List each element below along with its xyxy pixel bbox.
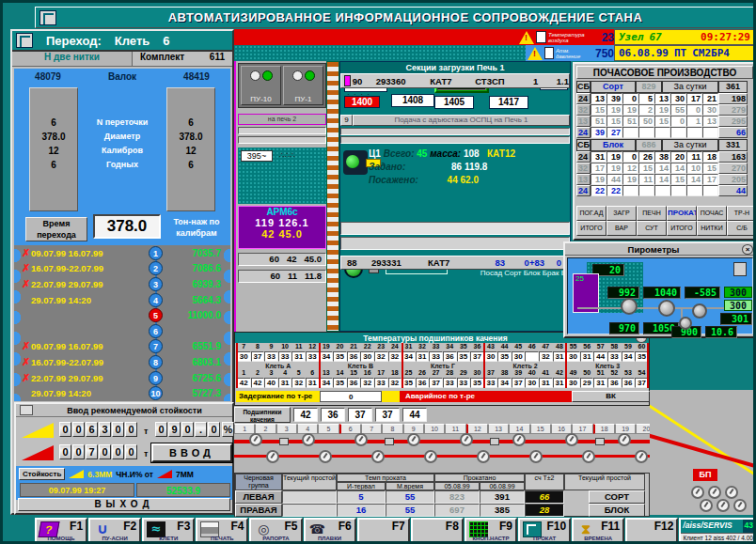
function-key[interactable]: F11 ВРЕМЕНА — [572, 518, 624, 544]
page-icon[interactable] — [544, 47, 554, 59]
threads-mode[interactable]: Н две нитки — [12, 52, 133, 66]
function-key[interactable]: F9 КНОП.НАСТР — [465, 518, 517, 544]
campaign-row[interactable]: ✗ 16.07.99-22.07.99 2 7086.6 — [14, 261, 230, 277]
window-icon[interactable] — [16, 33, 33, 48]
warning-icon[interactable] — [519, 31, 534, 44]
close-icon[interactable]: × — [742, 244, 753, 255]
function-key[interactable]: F10 ПРОКАТ — [518, 518, 571, 544]
percent-counter[interactable]: 090.0 — [155, 422, 220, 437]
stand-gauge-icon[interactable] — [635, 450, 648, 463]
coiler-icon[interactable] — [700, 499, 713, 512]
stand-gauge-icon[interactable] — [354, 433, 368, 446]
temp-value: 37 — [470, 351, 484, 362]
filter-button[interactable]: НИТКИ — [697, 221, 727, 236]
campaign-row[interactable]: ✗ 16.07.99-22.07.99 8 6803.1 — [14, 354, 230, 370]
filter-button[interactable]: СУТ — [637, 221, 667, 236]
product-name[interactable]: Сорт — [591, 81, 636, 93]
instrument-icon[interactable] — [733, 262, 747, 276]
vk-button[interactable]: ВК — [572, 391, 650, 402]
stand-gauge-icon[interactable] — [460, 433, 473, 446]
coiler-icon[interactable] — [725, 486, 738, 499]
coiler-icon[interactable] — [708, 486, 721, 499]
stand-gauge-icon[interactable] — [266, 450, 279, 463]
digit-wheel[interactable]: 0 — [72, 444, 85, 459]
stand-gauge-icon[interactable] — [319, 450, 332, 463]
digit-wheel[interactable]: 0 — [99, 444, 111, 459]
digit-wheel[interactable]: . — [195, 422, 207, 437]
campaign-row[interactable]: ✗ 09.07.99 16.07.99 1 7035.7 — [14, 245, 230, 261]
post-pu1[interactable]: ПУ-1 — [283, 66, 323, 105]
digit-wheel[interactable]: 0 — [125, 422, 137, 437]
filter-button[interactable]: ВАР — [606, 221, 637, 236]
digit-wheel[interactable]: 0 — [112, 422, 124, 437]
digit-wheel[interactable]: 6 — [86, 422, 98, 437]
app-icon[interactable] — [39, 10, 56, 25]
campaign-row[interactable]: 29.07.99 14:20 4 5664.3 — [14, 292, 230, 308]
stand-gauge-icon[interactable] — [249, 433, 262, 446]
tonnage-counter[interactable]: 006300 — [59, 422, 137, 437]
mode-button[interactable]: БЛОК — [589, 504, 645, 517]
stand-gauge-icon[interactable] — [477, 450, 490, 463]
function-key[interactable]: F8 — [411, 518, 464, 544]
filter-button[interactable]: ПЕЧН — [637, 206, 667, 221]
filter-button[interactable]: ТР-Н — [727, 206, 756, 221]
melt-row[interactable]: 90 293360 КАТ7 СТ3СП 1 1.1 — [340, 73, 570, 88]
function-key[interactable]: F12 — [625, 518, 678, 544]
enter-button[interactable]: ВВОД — [151, 443, 232, 462]
function-key[interactable]: F6 ПЛАВКИ — [304, 518, 356, 544]
tonnage-counter2[interactable]: 007000 — [59, 444, 137, 459]
digit-wheel[interactable]: 3 — [99, 422, 111, 437]
filter-button[interactable]: С/Б — [727, 221, 756, 236]
campaign-row[interactable]: ✗ 09.07.99 16.07.99 7 6551.9 — [14, 339, 230, 355]
product-name[interactable]: Блок — [591, 139, 636, 151]
stand-gauge-icon[interactable] — [529, 450, 543, 463]
stand-gauge-icon[interactable] — [565, 433, 578, 446]
stand-gauge-icon[interactable] — [618, 433, 631, 446]
digit-wheel[interactable]: 0 — [155, 422, 167, 437]
function-key[interactable]: F7 — [357, 518, 410, 544]
function-key[interactable]: F5 РАПОРТА — [249, 518, 302, 544]
digit-wheel[interactable]: 0 — [125, 444, 137, 459]
digit-wheel[interactable]: 9 — [168, 422, 181, 437]
temp-value: 36 — [622, 378, 636, 388]
campaign-row[interactable]: 5 11000.0 — [14, 307, 230, 323]
campaign-row[interactable]: ✗ 22.07.99 29.07.99 3 6939.3 — [14, 276, 230, 292]
digit-wheel[interactable]: 0 — [181, 422, 194, 437]
function-key[interactable]: F1 ПОМОЩЬ — [35, 518, 87, 544]
stand-gauge-icon[interactable] — [424, 450, 437, 463]
filter-button[interactable]: ПРОКАТ — [667, 206, 697, 221]
stand-gauge-icon[interactable] — [407, 433, 420, 446]
warning-icon[interactable] — [528, 47, 543, 60]
filter-button[interactable]: ПОГ.АД — [576, 206, 606, 221]
filter-button[interactable]: ИТОГО — [667, 221, 697, 236]
digit-wheel[interactable]: 0 — [208, 422, 220, 437]
exit-button[interactable]: ВЫХОД — [18, 498, 230, 511]
stand-gauge-icon[interactable] — [371, 450, 385, 463]
stand-gauge-icon[interactable] — [512, 433, 526, 446]
campaign-row[interactable]: ✗ 22.07.99 29.07.99 9 6725.6 — [14, 370, 230, 386]
post-pu10[interactable]: ПУ-10 — [241, 66, 281, 105]
campaign-row[interactable]: 6 — [14, 323, 230, 339]
function-key[interactable]: F3 КЛЕТИ — [142, 518, 195, 544]
durability-button[interactable]: Стойкость — [19, 468, 65, 480]
digit-wheel[interactable]: 7 — [86, 444, 98, 459]
digit-wheel[interactable]: 0 — [72, 422, 85, 437]
window-icon[interactable] — [20, 405, 33, 415]
digit-wheel[interactable]: 0 — [59, 422, 71, 437]
digit-wheel[interactable]: 0 — [59, 444, 71, 459]
digit-wheel[interactable]: 0 — [112, 444, 124, 459]
coiler-icon[interactable] — [691, 486, 704, 499]
filter-button[interactable]: ПОЧАС — [697, 206, 727, 221]
page-icon[interactable] — [536, 31, 546, 43]
function-key[interactable]: F2 ПУ-АСНИ — [88, 518, 141, 544]
function-key[interactable]: F4 ПЕЧАТЬ — [196, 518, 248, 544]
coiler-icon[interactable] — [717, 499, 730, 512]
filter-button[interactable]: ЗАГР — [606, 206, 637, 221]
mode-button[interactable]: СОРТ — [589, 490, 645, 504]
filter-button[interactable]: ИТОГО — [576, 221, 606, 236]
stand-gauge-icon[interactable] — [302, 433, 315, 446]
coiler-icon[interactable] — [733, 499, 747, 512]
stand-gauge-icon[interactable] — [582, 450, 595, 463]
campaign-row[interactable]: 29.07.99 14:20 10 5727.3 — [14, 385, 230, 401]
charging-row[interactable]: 88 293331 КАТ7 83 0+83 0 — [340, 256, 570, 270]
